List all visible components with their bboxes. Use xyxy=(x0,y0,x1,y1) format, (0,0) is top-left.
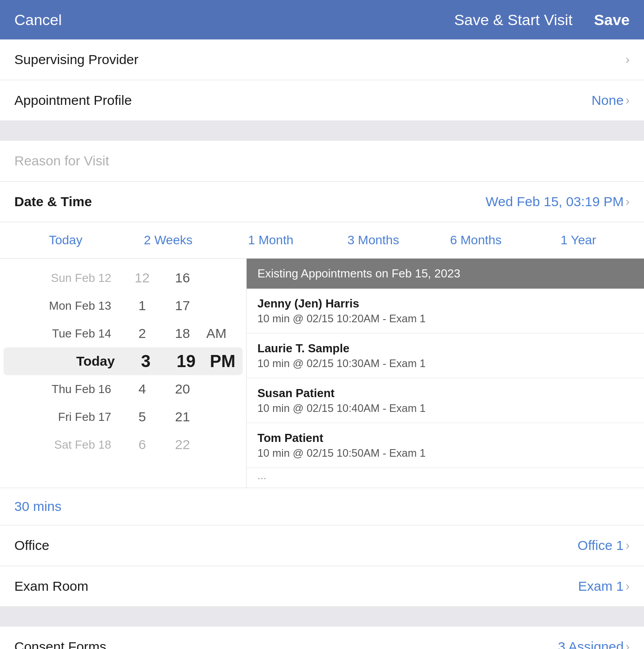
cal-ampm-today: PM xyxy=(206,352,237,371)
cancel-button[interactable]: Cancel xyxy=(14,11,62,29)
save-start-visit-button[interactable]: Save & Start Visit xyxy=(454,11,573,29)
appt-detail-3: 10 min @ 02/15 10:50AM - Exam 1 xyxy=(257,447,633,459)
appointment-profile-value: None › xyxy=(592,93,630,108)
appointment-item-0[interactable]: Jenny (Jen) Harris 10 min @ 02/15 10:20A… xyxy=(247,289,644,333)
separator-band-bottom xyxy=(0,607,644,627)
exam-room-label: Exam Room xyxy=(14,579,88,594)
quick-select-row: Today 2 Weeks 1 Month 3 Months 6 Months … xyxy=(0,222,644,259)
cal-num2-5: 21 xyxy=(162,409,203,424)
calendar-row-2[interactable]: Tue Feb 14 2 18 AM xyxy=(0,320,246,347)
quick-btn-today[interactable]: Today xyxy=(14,233,117,247)
appt-name-0: Jenny (Jen) Harris xyxy=(257,297,633,311)
cal-date-thu: Thu Feb 16 xyxy=(5,382,122,396)
cal-date-mon: Mon Feb 13 xyxy=(5,299,122,313)
consent-forms-label: Consent Forms xyxy=(14,639,106,649)
cal-date-fri: Fri Feb 17 xyxy=(5,410,122,424)
supervising-provider-label: Supervising Provider xyxy=(14,52,139,67)
reason-for-visit-input[interactable]: Reason for Visit xyxy=(14,153,109,168)
consent-forms-row[interactable]: Consent Forms 3 Assigned › xyxy=(0,627,644,649)
appointment-profile-row[interactable]: Appointment Profile None › xyxy=(0,80,644,121)
cal-num1-5: 5 xyxy=(122,409,162,424)
date-time-row[interactable]: Date & Time Wed Feb 15, 03:19 PM › xyxy=(0,182,644,222)
appt-name-2: Susan Patient xyxy=(257,386,633,400)
appointment-profile-label: Appointment Profile xyxy=(14,93,132,108)
reason-for-visit-row[interactable]: Reason for Visit xyxy=(0,141,644,182)
appointment-item-1[interactable]: Laurie T. Sample 10 min @ 02/15 10:30AM … xyxy=(247,333,644,378)
cal-ampm-2: AM xyxy=(203,326,241,341)
appt-name-3: Tom Patient xyxy=(257,431,633,445)
appt-detail-0: 10 min @ 02/15 10:20AM - Exam 1 xyxy=(257,312,633,325)
office-row[interactable]: Office Office 1 › xyxy=(0,525,644,566)
cal-num1-1: 1 xyxy=(122,298,162,313)
supervising-provider-row[interactable]: Supervising Provider › xyxy=(0,39,644,80)
appointments-section: Existing Appointments on Feb 15, 2023 Je… xyxy=(247,259,644,488)
cal-num1-2: 2 xyxy=(122,326,162,341)
cal-date-sat: Sat Feb 18 xyxy=(5,438,122,452)
cal-num2-2: 18 xyxy=(162,326,203,341)
appointments-header: Existing Appointments on Feb 15, 2023 xyxy=(247,259,644,289)
cal-num2-0: 16 xyxy=(162,270,203,286)
quick-btn-6months[interactable]: 6 Months xyxy=(425,233,527,247)
appt-detail-2: 10 min @ 02/15 10:40AM - Exam 1 xyxy=(257,402,633,415)
quick-btn-1month[interactable]: 1 Month xyxy=(219,233,322,247)
appt-name-1: Laurie T. Sample xyxy=(257,342,633,355)
calendar-row-today[interactable]: Today 3 19 PM xyxy=(4,347,243,375)
calendar-row-0[interactable]: Sun Feb 12 12 16 xyxy=(0,264,246,292)
appointment-item-3[interactable]: Tom Patient 10 min @ 02/15 10:50AM - Exa… xyxy=(247,423,644,468)
calendar-row-5[interactable]: Fri Feb 17 5 21 xyxy=(0,403,246,431)
chevron-right-icon: › xyxy=(626,538,630,553)
calendar-section: Sun Feb 12 12 16 Mon Feb 13 1 17 Tue Feb… xyxy=(0,259,247,488)
calendar-row-6[interactable]: Sat Feb 18 6 22 xyxy=(0,431,246,459)
chevron-right-icon: › xyxy=(626,52,630,67)
cal-num1-today: 3 xyxy=(126,352,166,371)
quick-btn-1year[interactable]: 1 Year xyxy=(527,233,630,247)
consent-forms-value: 3 Assigned › xyxy=(558,639,630,649)
duration-value[interactable]: 30 mins xyxy=(14,499,61,514)
chevron-right-icon: › xyxy=(626,93,630,108)
chevron-right-icon: › xyxy=(626,640,630,649)
exam-room-value: Exam 1 › xyxy=(578,579,630,594)
cal-num2-4: 20 xyxy=(162,381,203,397)
save-button[interactable]: Save xyxy=(594,11,630,29)
cal-num2-today: 19 xyxy=(166,352,206,371)
appointments-more-indicator: ··· xyxy=(247,468,644,488)
separator-band-top xyxy=(0,121,644,141)
chevron-right-icon: › xyxy=(626,579,630,593)
header-right-actions: Save & Start Visit Save xyxy=(454,11,630,29)
chevron-right-icon: › xyxy=(626,195,630,209)
cal-date-sun: Sun Feb 12 xyxy=(5,271,122,285)
appointment-item-2[interactable]: Susan Patient 10 min @ 02/15 10:40AM - E… xyxy=(247,378,644,423)
header: Cancel Save & Start Visit Save xyxy=(0,0,644,39)
office-label: Office xyxy=(14,538,49,553)
quick-btn-2weeks[interactable]: 2 Weeks xyxy=(117,233,220,247)
date-time-label: Date & Time xyxy=(14,194,92,209)
calendar-appointments-area: Sun Feb 12 12 16 Mon Feb 13 1 17 Tue Feb… xyxy=(0,259,644,488)
supervising-provider-chevron: › xyxy=(626,52,630,67)
cal-num2-6: 22 xyxy=(162,437,203,452)
date-time-value: Wed Feb 15, 03:19 PM › xyxy=(486,194,630,209)
cal-date-tue: Tue Feb 14 xyxy=(5,327,122,341)
cal-num1-0: 12 xyxy=(122,270,162,286)
appt-detail-1: 10 min @ 02/15 10:30AM - Exam 1 xyxy=(257,357,633,370)
quick-btn-3months[interactable]: 3 Months xyxy=(322,233,425,247)
cal-date-today: Today xyxy=(9,354,126,369)
cal-num2-1: 17 xyxy=(162,298,203,313)
exam-room-row[interactable]: Exam Room Exam 1 › xyxy=(0,566,644,607)
calendar-row-1[interactable]: Mon Feb 13 1 17 xyxy=(0,292,246,320)
cal-num1-4: 4 xyxy=(122,381,162,397)
office-value: Office 1 › xyxy=(578,538,630,553)
duration-row[interactable]: 30 mins xyxy=(0,488,644,525)
calendar-row-4[interactable]: Thu Feb 16 4 20 xyxy=(0,375,246,403)
cal-num1-6: 6 xyxy=(122,437,162,452)
